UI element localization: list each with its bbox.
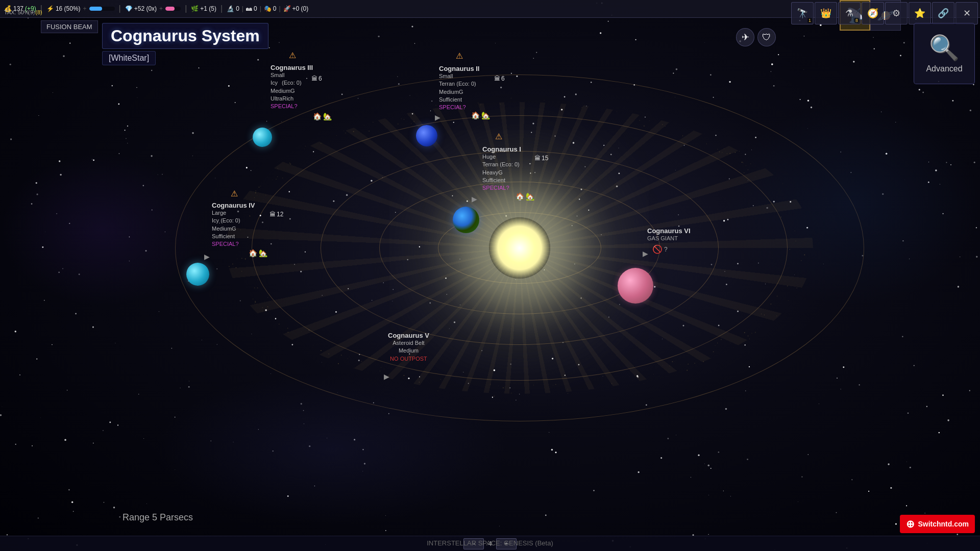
food-group: 🌿 +1 (5) bbox=[191, 5, 216, 12]
arrow-cognaurus-i: ▶ bbox=[472, 195, 477, 203]
tax-label: TAX: 50% + (8) bbox=[4, 9, 42, 15]
colony-count: 0 bbox=[254, 5, 257, 12]
energy-group: ⚡ 16 (50%) + bbox=[46, 5, 115, 12]
planet-cognaurus-vi[interactable] bbox=[618, 268, 653, 304]
planet-cognaurus-i[interactable] bbox=[453, 207, 479, 233]
outpost-cognaurus-vi: 🚫 ? bbox=[652, 244, 668, 254]
shield-icon[interactable]: 🛡 bbox=[757, 28, 776, 46]
toolbar-science-btn[interactable]: ⚗8 bbox=[838, 2, 861, 24]
nav-shield-area: ✈ 🛡 bbox=[736, 28, 776, 46]
alert-cognaurus-ii: ⚠ bbox=[456, 51, 463, 61]
outpost-cognaurus-ii: 🏠🏡 bbox=[471, 111, 490, 119]
arrow-cognaurus-ii: ▶ bbox=[435, 113, 440, 121]
central-star bbox=[489, 217, 550, 279]
advanced-label: Advanced bbox=[926, 64, 962, 73]
outpost-cognaurus-i: 🏠🏡 bbox=[516, 192, 534, 201]
toolbar-telescope-btn[interactable]: 🔭1 bbox=[791, 2, 814, 24]
res-icons-group: 🔬 0 | 🏘 0 | 🎭 0 | 🚀 +0 (0) bbox=[227, 5, 308, 12]
energy-bar bbox=[89, 7, 115, 11]
energy-value: 16 (50%) bbox=[56, 5, 81, 12]
research-count: 0 bbox=[236, 5, 239, 12]
energy-bar-label: (9) bbox=[28, 9, 35, 15]
toolbar-star-btn[interactable]: ⭐ bbox=[909, 2, 931, 24]
planet-cognaurus-iv[interactable] bbox=[186, 263, 209, 286]
nintendo-logo: ⊕ bbox=[906, 518, 915, 530]
planet-pop-cognaurus-iv: 🏛12 bbox=[270, 211, 283, 218]
planet-pop-cognaurus-i: 🏛15 bbox=[534, 155, 548, 162]
range-label: Range 5 Parsecs bbox=[122, 512, 193, 523]
alert-cognaurus-i: ⚠ bbox=[495, 132, 502, 141]
arrow-cognaurus-iv: ▶ bbox=[204, 253, 210, 261]
minerals-bar bbox=[165, 7, 181, 11]
outpost-cognaurus-iii: 🏠🏡 bbox=[313, 112, 332, 120]
system-star-type: [WhiteStar] bbox=[102, 51, 156, 65]
interstellar-label: INTERSTELLAR SPACE: GENESIS (Beta) bbox=[427, 539, 553, 547]
food-value: +1 (5) bbox=[200, 5, 216, 12]
minerals-group: 💎 +52 (0x) + bbox=[125, 5, 181, 12]
fusion-beam-label: FUSION BEAM bbox=[41, 20, 98, 33]
alert-cognaurus-iii: ⚠ bbox=[289, 51, 296, 60]
ships-count: +0 (0) bbox=[292, 5, 309, 12]
planet-pop-cognaurus-ii: 🏛6 bbox=[494, 75, 505, 82]
arrow-cognaurus-vi: ▶ bbox=[643, 249, 648, 258]
toolbar-gear-btn[interactable]: ⚙ bbox=[885, 2, 908, 24]
toolbar-close-btn[interactable]: ✕ bbox=[955, 2, 978, 24]
toolbar-crown-btn[interactable]: 👑 bbox=[815, 2, 837, 24]
outpost-cognaurus-iv: 🏠🏡 bbox=[249, 249, 267, 257]
planet-pop-cognaurus-iii: 🏛6 bbox=[311, 75, 322, 82]
alert-cognaurus-iv: ⚠ bbox=[231, 189, 238, 198]
nintendo-text: Switchntd.com bbox=[918, 520, 969, 528]
toolbar-link-btn[interactable]: 🔗 bbox=[932, 2, 954, 24]
culture-count: 0 bbox=[273, 5, 277, 12]
stars-canvas bbox=[0, 0, 980, 551]
toolbar-compass-btn[interactable]: 🧭 bbox=[862, 2, 884, 24]
arrow-cognaurus-v: ▶ bbox=[384, 372, 389, 381]
nintendo-badge: ⊕ Switchntd.com bbox=[900, 515, 975, 533]
advanced-button[interactable]: 🔍 Advanced bbox=[914, 23, 975, 84]
minerals-value: +52 (0x) bbox=[134, 5, 157, 12]
system-name: Cognaurus System bbox=[102, 23, 268, 49]
planet-cognaurus-iii[interactable] bbox=[253, 128, 272, 147]
nav-ship-icon[interactable]: ✈ bbox=[736, 28, 754, 46]
advanced-search-icon: 🔍 bbox=[929, 34, 960, 62]
system-title-area: Cognaurus System [WhiteStar] bbox=[102, 23, 268, 65]
planet-cognaurus-ii[interactable] bbox=[416, 125, 437, 146]
